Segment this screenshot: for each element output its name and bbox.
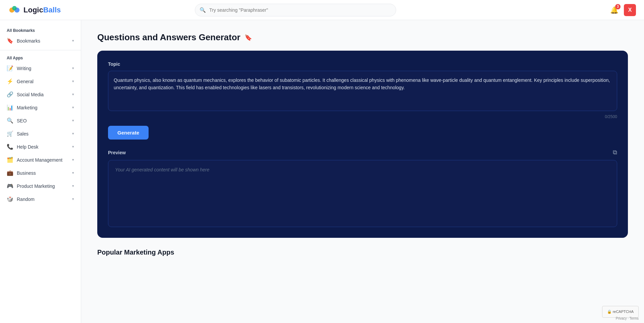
topic-label: Topic — [108, 61, 617, 67]
close-button[interactable]: X — [624, 4, 636, 16]
sidebar-item-bookmarks[interactable]: 🔖 Bookmarks ▾ — [0, 34, 81, 47]
popular-section-title: Popular Marketing Apps — [97, 249, 628, 256]
sales-icon: 🛒 — [7, 130, 13, 137]
layout: All Bookmarks 🔖 Bookmarks ▾ All Apps 📝 W… — [0, 20, 644, 323]
account-management-icon: 🗂️ — [7, 157, 13, 163]
topic-textarea[interactable]: Quantum physics, also known as quantum m… — [108, 71, 617, 111]
writing-icon: 📝 — [7, 65, 13, 71]
writing-label: Writing — [17, 66, 31, 71]
privacy-terms: Privacy · Terms — [616, 317, 639, 320]
notification-badge: 3 — [615, 4, 621, 9]
social-media-label: Social Media — [17, 92, 44, 97]
random-icon: 🎲 — [7, 196, 13, 202]
sidebar-item-seo[interactable]: 🔍 SEO ▾ — [0, 114, 81, 127]
main-content: Questions and Answers Generator 🔖 Topic … — [81, 20, 644, 323]
sidebar-item-marketing[interactable]: 📊 Marketing ▾ — [0, 101, 81, 114]
sidebar-item-business[interactable]: 💼 Business ▾ — [0, 166, 81, 179]
logo-area: LogicBalls — [8, 4, 89, 16]
chevron-product-marketing: ▾ — [72, 184, 74, 188]
copy-icon[interactable]: ⧉ — [613, 149, 617, 156]
char-count: 0/2500 — [108, 114, 617, 119]
seo-label: SEO — [17, 118, 27, 123]
logo-icon — [8, 4, 21, 16]
product-marketing-label: Product Marketing — [17, 183, 55, 189]
search-bar: 🔍 — [195, 4, 396, 16]
sidebar-item-sales[interactable]: 🛒 Sales ▾ — [0, 127, 81, 140]
header: LogicBalls 🔍 🔔 3 X — [0, 0, 644, 20]
sidebar-item-random[interactable]: 🎲 Random ▾ — [0, 193, 81, 206]
sidebar-item-help-desk[interactable]: 📞 Help Desk ▾ — [0, 140, 81, 153]
page-bookmark-icon[interactable]: 🔖 — [245, 34, 252, 41]
business-label: Business — [17, 170, 36, 176]
marketing-label: Marketing — [17, 105, 37, 110]
help-desk-icon: 📞 — [7, 144, 13, 150]
sidebar: All Bookmarks 🔖 Bookmarks ▾ All Apps 📝 W… — [0, 20, 81, 323]
chevron-marketing: ▾ — [72, 105, 74, 110]
product-marketing-icon: 🎮 — [7, 183, 13, 189]
general-icon: ⚡ — [7, 78, 13, 85]
header-right: 🔔 3 X — [609, 4, 636, 16]
chevron-seo: ▾ — [72, 118, 74, 123]
sidebar-item-social-media[interactable]: 🔗 Social Media ▾ — [0, 88, 81, 101]
logo-text: LogicBalls — [23, 6, 61, 14]
sidebar-item-writing[interactable]: 📝 Writing ▾ — [0, 62, 81, 75]
notification-button[interactable]: 🔔 3 — [609, 5, 620, 15]
sales-label: Sales — [17, 131, 29, 137]
chevron-random: ▾ — [72, 197, 74, 201]
sidebar-item-account-management[interactable]: 🗂️ Account Management ▾ — [0, 153, 81, 166]
svg-point-2 — [12, 6, 16, 10]
search-input[interactable] — [195, 4, 396, 16]
help-desk-label: Help Desk — [17, 144, 39, 150]
chevron-general: ▾ — [72, 79, 74, 84]
sidebar-item-product-marketing[interactable]: 🎮 Product Marketing ▾ — [0, 179, 81, 193]
bookmark-nav-icon: 🔖 — [7, 38, 13, 44]
sidebar-divider — [0, 50, 81, 50]
chevron-down-icon: ▾ — [72, 39, 74, 43]
bookmarks-section-title: All Bookmarks — [0, 25, 81, 34]
preview-label: Preview — [108, 150, 126, 155]
page-title-row: Questions and Answers Generator 🔖 — [97, 32, 628, 43]
account-management-label: Account Management — [17, 157, 62, 163]
seo-icon: 🔍 — [7, 117, 13, 124]
search-icon: 🔍 — [200, 7, 206, 13]
chevron-social-media: ▾ — [72, 92, 74, 97]
chevron-sales: ▾ — [72, 131, 74, 136]
preview-section: Preview ⧉ Your AI generated content will… — [108, 149, 617, 227]
general-label: General — [17, 79, 34, 84]
chevron-writing: ▾ — [72, 66, 74, 70]
business-icon: 💼 — [7, 170, 13, 176]
all-apps-section-title: All Apps — [0, 53, 81, 62]
social-media-icon: 🔗 — [7, 91, 13, 98]
tool-card: Topic Quantum physics, also known as qua… — [97, 51, 628, 238]
sidebar-bookmarks-label: Bookmarks — [17, 38, 40, 44]
chevron-help-desk: ▾ — [72, 145, 74, 149]
chevron-business: ▾ — [72, 171, 74, 175]
sidebar-item-general[interactable]: ⚡ General ▾ — [0, 75, 81, 88]
preview-area: Your AI generated content will be shown … — [108, 160, 617, 227]
marketing-icon: 📊 — [7, 104, 13, 111]
preview-header: Preview ⧉ — [108, 149, 617, 156]
random-label: Random — [17, 197, 35, 202]
chevron-account-management: ▾ — [72, 158, 74, 162]
generate-button[interactable]: Generate — [108, 126, 149, 140]
preview-placeholder: Your AI generated content will be shown … — [115, 167, 209, 172]
recaptcha: 🔒 reCAPTCHA — [602, 306, 639, 318]
page-title: Questions and Answers Generator — [97, 32, 240, 43]
